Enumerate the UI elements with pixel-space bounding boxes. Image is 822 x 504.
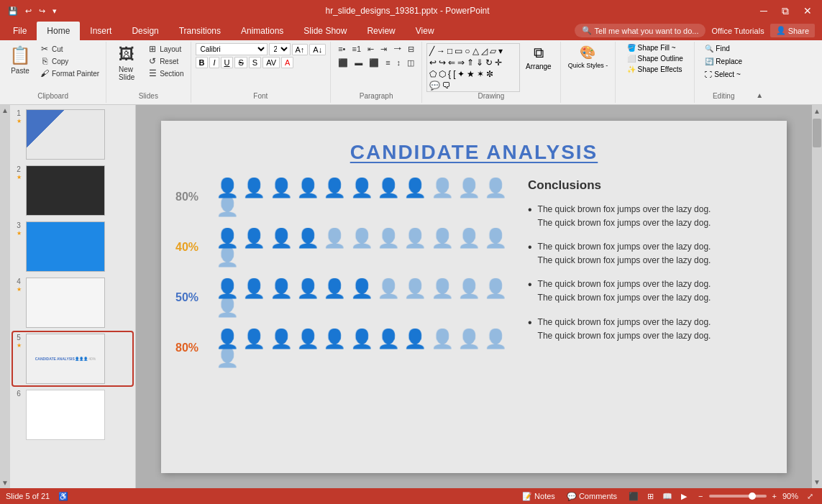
triangle-shape[interactable]: △ <box>472 45 480 57</box>
shape-left-arrow[interactable]: ⇐ <box>447 57 456 68</box>
close-button[interactable]: ✕ <box>799 4 816 18</box>
shape-quad-arrow[interactable]: ✛ <box>494 57 503 68</box>
tab-transitions[interactable]: Transitions <box>169 22 231 40</box>
ellipse-shape[interactable]: ○ <box>464 45 470 57</box>
char-spacing-button[interactable]: AV <box>262 57 280 68</box>
more-shapes[interactable]: ▾ <box>498 45 503 57</box>
italic-button[interactable]: I <box>209 57 219 68</box>
shape-up-arrow[interactable]: ⇑ <box>466 57 475 68</box>
replace-button[interactable]: 🔄 Replace <box>702 56 745 67</box>
normal-view-button[interactable]: ⬛ <box>626 490 641 503</box>
arrange-button[interactable]: ⧉ Arrange <box>521 43 556 72</box>
increase-indent-button[interactable]: ⇥ <box>378 43 390 55</box>
shape-bracket[interactable]: [ <box>452 68 456 80</box>
smartart-button[interactable]: ◫ <box>404 57 417 69</box>
shape-star5[interactable]: ★ <box>466 68 475 80</box>
share-button[interactable]: 👤 Share <box>770 24 815 37</box>
decrease-indent-button[interactable]: ⇤ <box>365 43 377 55</box>
presenter-view-button[interactable]: ▶ <box>678 490 690 503</box>
office-tutorials-link[interactable]: Office Tutorials <box>711 27 764 35</box>
scroll-down-arrow[interactable]: ▼ <box>0 477 10 488</box>
shape-fill-button[interactable]: 🪣 Shape Fill ~ <box>624 43 686 52</box>
format-painter-button[interactable]: 🖌 Format Painter <box>37 68 101 79</box>
bold-button[interactable]: B <box>196 57 209 68</box>
tab-home[interactable]: Home <box>37 22 80 40</box>
strikethrough-button[interactable]: S <box>234 57 247 68</box>
cut-button[interactable]: ✂ Cut <box>37 43 101 55</box>
tab-slideshow[interactable]: Slide Show <box>293 22 357 40</box>
zoom-thumb[interactable] <box>749 492 756 500</box>
slide-thumb-4[interactable]: 4 ★ <box>13 276 132 329</box>
fit-slide-button[interactable]: ⤢ <box>804 491 816 502</box>
find-button[interactable]: 🔍 Find <box>702 43 745 54</box>
shape-star6[interactable]: ✶ <box>476 68 485 80</box>
zoom-out-button[interactable]: − <box>695 491 705 501</box>
justify-button[interactable]: ≡ <box>383 57 393 69</box>
tab-view[interactable]: View <box>406 22 444 40</box>
parallelogram-shape[interactable]: ▱ <box>489 45 497 57</box>
font-size-decrease-button[interactable]: A↓ <box>309 44 326 55</box>
tab-insert[interactable]: Insert <box>80 22 122 40</box>
shape-star4[interactable]: ✦ <box>457 68 465 80</box>
font-color-button[interactable]: A <box>281 57 293 68</box>
shape-uturn-arrow[interactable]: ↪ <box>438 57 447 68</box>
rounded-rect-shape[interactable]: ▭ <box>454 45 463 57</box>
shape-effects-button[interactable]: ✨ Shape Effects <box>624 65 686 74</box>
shape-star8[interactable]: ✼ <box>485 68 494 80</box>
restore-button[interactable]: ⧉ <box>777 4 793 19</box>
scrollbar-thumb[interactable] <box>813 119 821 147</box>
zoom-slider[interactable] <box>709 495 767 498</box>
shape-right-arrow[interactable]: ⇒ <box>457 57 465 68</box>
save-icon[interactable]: 💾 <box>6 5 20 17</box>
shadow-button[interactable]: S <box>249 57 261 68</box>
underline-button[interactable]: U <box>221 57 234 68</box>
collapse-ribbon-button[interactable]: ▲ <box>755 91 764 100</box>
slide-sorter-button[interactable]: ⊞ <box>644 490 657 503</box>
section-button[interactable]: ☰ Section <box>145 68 186 79</box>
shape-pentagon[interactable]: ⬠ <box>429 68 437 80</box>
redo-icon[interactable]: ↪ <box>37 5 47 17</box>
tab-review[interactable]: Review <box>357 22 405 40</box>
select-button[interactable]: ⛶ Select ~ <box>702 69 745 80</box>
tab-design[interactable]: Design <box>122 22 168 40</box>
font-size-increase-button[interactable]: A↑ <box>292 44 309 55</box>
shape-hexagon[interactable]: ⬡ <box>438 68 447 80</box>
zoom-in-button[interactable]: + <box>770 491 780 501</box>
minimize-button[interactable]: ─ <box>756 4 772 18</box>
layout-button[interactable]: ⊞ Layout <box>145 43 186 55</box>
slide-thumb-1[interactable]: 1 ★ <box>13 108 132 161</box>
shape-callout2[interactable]: 🗨 <box>442 80 452 91</box>
scroll-up-button[interactable]: ▲ <box>813 105 821 117</box>
shape-down-arrow[interactable]: ⇓ <box>475 57 484 68</box>
reset-button[interactable]: ↺ Reset <box>145 55 186 67</box>
arrow-shape[interactable]: → <box>436 45 446 57</box>
align-right-button[interactable]: ⬛ <box>366 57 382 69</box>
slide-thumb-5[interactable]: 5 ★ CANDIDATE ANALYSIS 👤👤👤 40% <box>13 332 132 385</box>
line-shape[interactable]: ╱ <box>429 45 435 57</box>
slide-thumb-2[interactable]: 2 ★ <box>13 164 132 217</box>
font-size-select[interactable]: 24 <box>269 43 291 55</box>
numbering-button[interactable]: ≡1 <box>349 43 364 55</box>
shape-bent-arrow[interactable]: ↩ <box>429 57 437 68</box>
notes-button[interactable]: 📝 Notes <box>519 491 558 502</box>
shape-outline-button[interactable]: ⬜ Shape Outline <box>624 54 686 63</box>
shape-callout1[interactable]: 💬 <box>429 80 441 91</box>
bullets-button[interactable]: ≡• <box>335 43 348 55</box>
scroll-up-arrow[interactable]: ▲ <box>0 105 10 116</box>
slide-thumb-6[interactable]: 6 <box>13 388 132 441</box>
tab-animations[interactable]: Animations <box>231 22 293 40</box>
text-direction-button[interactable]: ⭢ <box>391 43 404 55</box>
new-slide-button[interactable]: 🖼 NewSlide <box>111 43 142 83</box>
shape-brace[interactable]: { <box>447 68 452 80</box>
columns-button[interactable]: ⊟ <box>405 43 417 55</box>
copy-button[interactable]: ⎘ Copy <box>37 55 101 67</box>
quick-styles-button[interactable]: 🎨 Quick Styles - <box>565 43 611 70</box>
paste-button[interactable]: 📋 Paste <box>4 43 36 77</box>
tell-me-box[interactable]: 🔍 Tell me what you want to do... <box>575 24 706 37</box>
comments-button[interactable]: 💬 Comments <box>564 491 620 502</box>
right-triangle-shape[interactable]: ◿ <box>480 45 488 57</box>
shape-curve-arrow[interactable]: ↻ <box>485 57 493 68</box>
tab-file[interactable]: File <box>3 22 37 40</box>
scroll-down-button[interactable]: ▼ <box>813 476 821 488</box>
rect-shape[interactable]: □ <box>447 45 453 57</box>
